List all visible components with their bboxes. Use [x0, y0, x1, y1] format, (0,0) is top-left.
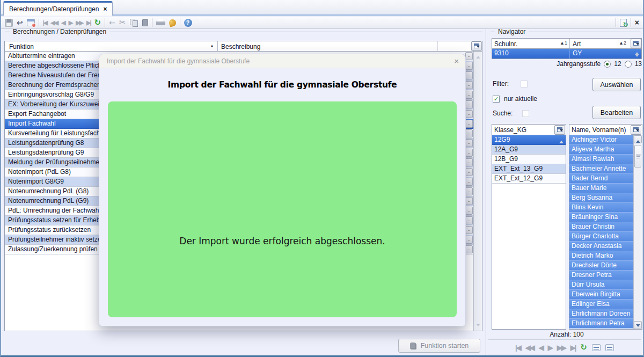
bell-icon[interactable]	[168, 18, 177, 27]
dialog-close-icon[interactable]: ×	[454, 56, 459, 65]
scroll-down-button[interactable]	[634, 321, 642, 329]
column-chooser-button[interactable]	[631, 39, 641, 48]
school-row[interactable]: 9310 GY	[492, 49, 641, 59]
back-arrow-icon[interactable]: ←	[109, 18, 115, 27]
class-row[interactable]: 12G9	[492, 135, 566, 145]
student-row[interactable]: Ehrlichmann Doreen	[569, 309, 633, 319]
row-detail-button[interactable]: ..	[465, 149, 473, 157]
student-row[interactable]: Dietrich Marko	[569, 251, 633, 261]
student-row[interactable]: Berg Susanna	[569, 193, 633, 203]
row-detail-button[interactable]: ..	[465, 71, 473, 79]
suche-checkbox[interactable]	[522, 110, 529, 117]
next-record-icon[interactable]: ▶	[548, 344, 552, 352]
scroll-up-icon[interactable]	[476, 54, 480, 59]
student-row[interactable]: Bader Bernd	[569, 174, 633, 184]
student-row[interactable]: Eberwein Birgitta	[569, 290, 633, 300]
row-detail-button[interactable]: ..	[465, 178, 473, 186]
scroll-down-icon[interactable]	[476, 324, 480, 329]
student-row[interactable]: Bräuninger Sina	[569, 213, 633, 222]
student-row[interactable]: Edlinger Elsa	[569, 300, 633, 309]
row-detail-button[interactable]: ..	[465, 62, 473, 70]
class-row[interactable]: EXT_Ext_13_G9	[492, 164, 566, 174]
first-record-icon[interactable]: |◀	[43, 19, 47, 26]
prev-record-icon[interactable]: ◀	[61, 19, 64, 26]
student-row[interactable]: Brauer Christin	[569, 222, 633, 232]
radio-12[interactable]	[604, 61, 611, 68]
list-view-icon[interactable]	[592, 344, 601, 351]
column-chooser-button[interactable]	[554, 125, 565, 135]
student-row[interactable]: Blins Kevin	[569, 203, 633, 213]
row-detail-button[interactable]: ..	[465, 226, 473, 234]
refresh-icon[interactable]: ↻	[94, 18, 101, 27]
column-funktion[interactable]: Funktion	[9, 43, 34, 50]
column-beschreibung[interactable]: Beschreibung	[221, 43, 260, 50]
student-row[interactable]: Ehrlichmann Petra	[569, 319, 633, 329]
next-record-icon[interactable]: ▶	[69, 19, 72, 26]
student-row[interactable]: Dresner Petra	[569, 271, 633, 280]
bearbeiten-button[interactable]: Bearbeiten	[592, 106, 641, 119]
radio-13-label[interactable]: 13	[635, 60, 642, 68]
row-detail-button[interactable]: ..	[465, 110, 473, 118]
column-divider[interactable]	[217, 41, 218, 51]
auswaehlen-button[interactable]: Auswählen	[592, 78, 641, 91]
student-row[interactable]: Aliyeva Martha	[569, 145, 633, 155]
prev-record-icon[interactable]: ◀	[539, 344, 543, 352]
class-row[interactable]: EXT_Ext_12_G9	[492, 174, 566, 184]
name-list-scrollbar[interactable]	[633, 135, 642, 329]
radio-13[interactable]	[625, 61, 632, 68]
student-row[interactable]: Decker Anastasia	[569, 242, 633, 251]
fast-next-icon[interactable]: ▶▶	[557, 344, 566, 352]
student-row[interactable]: Bauer Marie	[569, 184, 633, 193]
row-detail-button[interactable]: ..	[465, 158, 473, 166]
last-record-icon[interactable]: ▶|	[86, 19, 91, 26]
row-detail-button[interactable]: ..	[465, 120, 473, 128]
class-row[interactable]: 12A_G9	[492, 145, 566, 155]
print-icon[interactable]	[156, 19, 165, 26]
student-row[interactable]: Almasi Rawiah	[569, 155, 633, 164]
table-view-icon[interactable]	[605, 344, 614, 351]
row-detail-button[interactable]: ..	[465, 197, 473, 205]
name-header-label[interactable]: Name, Vorname(n)	[572, 126, 626, 134]
row-detail-button[interactable]: ..	[465, 168, 473, 176]
last-record-icon[interactable]: ▶|	[570, 344, 576, 352]
row-detail-button[interactable]: ..	[465, 100, 473, 108]
tab-close-icon[interactable]: ×	[103, 5, 107, 13]
close-panel-icon[interactable]: ×	[635, 18, 639, 27]
student-row[interactable]: Aichinger Victor	[569, 135, 633, 145]
fast-next-icon[interactable]: ▶▶	[76, 19, 83, 26]
form-delete-icon[interactable]	[27, 19, 35, 26]
column-schulnr[interactable]: Schulnr.	[494, 40, 517, 48]
row-detail-button[interactable]: ..	[465, 81, 473, 89]
funktion-starten-button[interactable]: Funktion starten	[398, 339, 480, 353]
row-detail-button[interactable]: ..	[465, 207, 473, 215]
tab-berechnungen[interactable]: Berechnungen/Datenprüfungen ×	[3, 1, 113, 16]
undo-icon[interactable]: ↩	[17, 18, 23, 27]
function-table-scrollbar[interactable]	[473, 52, 482, 331]
row-detail-button[interactable]: ..	[465, 187, 473, 195]
copy-icon[interactable]	[130, 19, 138, 27]
fast-prev-icon[interactable]: ◀◀	[525, 344, 534, 352]
column-art[interactable]: Art	[573, 40, 581, 48]
filter-checkbox[interactable]	[521, 81, 528, 88]
dialog-titlebar[interactable]: Import der Fachwahl für die gymnasiale O…	[99, 54, 465, 68]
save-icon[interactable]	[5, 19, 13, 27]
student-row[interactable]: Bachmeier Annette	[569, 164, 633, 174]
cut-icon[interactable]: ✂	[119, 18, 126, 27]
help-icon[interactable]: ?	[184, 19, 192, 27]
column-chooser-button[interactable]	[631, 125, 641, 135]
column-chooser-button[interactable]	[471, 41, 482, 51]
scroll-up-button[interactable]	[634, 135, 642, 143]
student-row[interactable]: Drechsler Dörte	[569, 261, 633, 271]
row-detail-button[interactable]: ..	[465, 245, 473, 253]
class-row[interactable]: 12B_G9	[492, 155, 566, 164]
row-detail-button[interactable]: ..	[465, 216, 473, 224]
panel-splitter[interactable]	[486, 28, 486, 355]
nur-aktuelle-label[interactable]: nur aktuelle	[504, 95, 537, 103]
nur-aktuelle-checkbox[interactable]: ✓	[493, 96, 500, 103]
scrollbar-thumb[interactable]	[634, 145, 641, 167]
radio-12-label[interactable]: 12	[614, 60, 621, 68]
sync-page-icon[interactable]: ↻	[620, 19, 627, 27]
first-record-icon[interactable]: |◀	[515, 344, 521, 352]
fast-prev-icon[interactable]: ◀◀	[50, 19, 57, 26]
row-detail-button[interactable]: ..	[465, 139, 473, 147]
